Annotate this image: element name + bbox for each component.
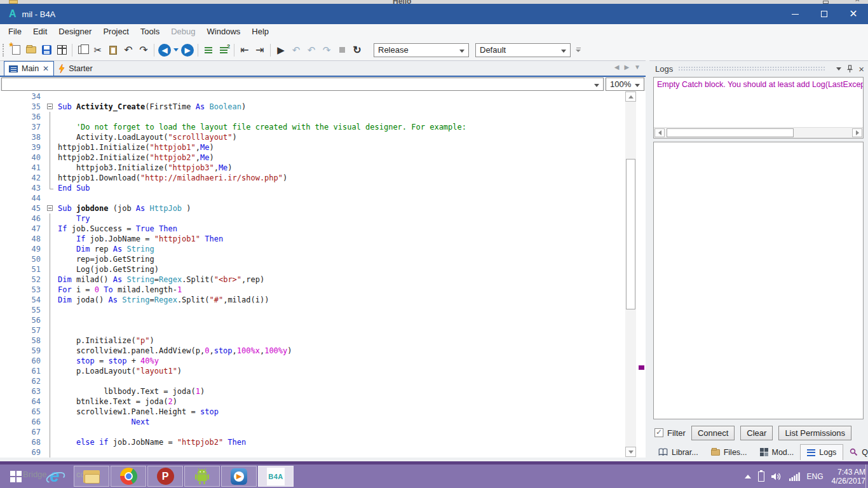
scroll-down-button[interactable] [625,447,636,457]
panel-tab-search[interactable]: Quic... [843,444,868,460]
redo-button[interactable]: ↷ [136,43,151,58]
show-hidden-icons-button[interactable] [745,475,751,478]
menu-item-tools[interactable]: Tools [135,24,165,39]
fold-gutter [43,285,58,295]
shift-right-button[interactable]: ⇥ [252,43,268,58]
menu-item-edit[interactable]: Edit [27,24,53,39]
code-editor[interactable]: 3435Sub Activity_Create(FirstTime As Boo… [0,91,646,458]
taskbar-app-chrome[interactable] [111,466,146,487]
taskbar-app-psiphon[interactable]: P [147,466,183,487]
stop-button[interactable] [334,43,349,58]
step-over-button[interactable]: ↶ [288,43,304,58]
line-number: 54 [0,295,43,305]
editor-vertical-scrollbar[interactable] [625,91,636,458]
indent-button[interactable] [201,43,216,58]
logs-output-list[interactable] [653,142,864,419]
compile-button[interactable]: ↻ [349,43,365,58]
scroll-right-button[interactable] [852,128,862,137]
members-select[interactable] [1,78,604,91]
step-out-button[interactable]: ↷ [319,43,334,58]
run-button[interactable]: ▶ [273,43,288,58]
scrollbar-thumb[interactable] [667,128,794,137]
code-text [58,92,625,102]
editor-line: 40httpjob2.Initialize("httpjob2",Me) [0,152,625,163]
toolbar-grip[interactable] [3,44,6,57]
paste-button[interactable] [105,43,121,58]
tabs-scroll-right-icon[interactable]: ▶ [624,64,629,71]
maximize-button[interactable] [810,4,839,24]
panel-pin-button[interactable] [846,65,853,73]
menu-item-windows[interactable]: Windows [201,24,247,39]
copy-button[interactable] [75,43,90,58]
taskbar-app-file-explorer[interactable] [74,466,109,487]
language-indicator[interactable]: ENG [807,472,824,481]
cut-button[interactable]: ✂ [90,43,105,58]
speaker-icon[interactable] [771,472,782,481]
taskbar-app-b4a[interactable]: B4A [258,466,294,487]
new-file-button[interactable] [8,43,24,58]
battery-icon[interactable] [758,471,764,482]
tabs-scroll-left-icon[interactable]: ◀ [614,64,620,71]
tab-close-icon[interactable]: ✕ [43,65,49,72]
zoom-select[interactable]: 100% [606,78,644,91]
toolbar-overflow-button[interactable] [576,48,581,52]
connect-button[interactable]: Connect [691,426,735,440]
navigate-back-button[interactable]: ◀ [157,43,172,58]
scroll-up-button[interactable] [625,92,636,102]
logs-panel-header[interactable]: Logs × [649,61,868,76]
tab-main-label: Main [22,64,39,73]
logs-horizontal-scrollbar[interactable] [654,127,863,138]
panel-tab-modules[interactable]: Mod... [754,444,801,460]
logs-warning-box[interactable]: Empty Catch block. You should at least a… [653,77,864,139]
start-button[interactable] [0,464,32,488]
clear-button[interactable]: Clear [740,426,773,440]
minimize-button[interactable] [780,4,810,24]
export-package-button[interactable] [54,43,69,58]
filter-checkbox[interactable] [654,428,663,437]
warning-marker[interactable] [639,365,644,370]
pin-icon [846,65,853,73]
network-signal-icon[interactable] [789,472,800,481]
fold-gutter [43,315,58,325]
taskbar-app-internet-explorer[interactable]: e [37,466,72,487]
show-desktop-button[interactable] [865,464,868,488]
navigate-forward-button[interactable]: ▶ [180,43,195,58]
background-close-icon: ✕ [855,0,860,3]
taskbar-app-media-player[interactable] [221,466,257,487]
tab-starter[interactable]: Starter [54,61,97,76]
panel-tab-files[interactable]: Files... [705,444,754,460]
arrow-right-icon [856,130,859,135]
panel-tab-logs[interactable]: Logs [800,444,843,460]
undo-button[interactable]: ↶ [121,43,136,58]
menu-item-designer[interactable]: Designer [53,24,97,39]
menu-item-debug[interactable]: Debug [165,24,201,39]
tabs-list-icon[interactable]: ▼ [634,64,641,71]
save-button[interactable] [39,43,54,58]
comment-button[interactable] [216,43,231,58]
menu-item-project[interactable]: Project [97,24,134,39]
profile-select[interactable]: Default [475,43,571,57]
shift-left-button[interactable]: ⇤ [237,43,252,58]
step-into-button[interactable]: ↶ [304,43,319,58]
back-history-caret-icon[interactable] [173,48,179,51]
fold-toggle-icon[interactable] [43,203,58,214]
scroll-left-button[interactable] [654,128,665,137]
scrollbar-thumb[interactable] [626,159,635,309]
panel-close-button[interactable]: × [858,64,864,74]
line-number: 61 [0,366,43,376]
fold-toggle-icon[interactable] [43,102,58,112]
menu-item-file[interactable]: File [3,24,27,39]
taskbar-app-android[interactable] [184,466,220,487]
clock[interactable]: 7:43 AM 4/26/2017 [832,468,865,485]
panel-menu-button[interactable] [836,67,841,71]
list-permissions-button[interactable]: List Permissions [778,426,851,440]
package-icon [57,45,67,55]
tab-main[interactable]: Main ✕ [4,61,54,76]
open-button[interactable] [24,43,39,58]
build-configuration-select[interactable]: Release [374,43,469,57]
menu-item-help[interactable]: Help [246,24,275,39]
close-button[interactable]: ✕ [839,4,868,24]
android-icon [194,468,210,485]
panel-tab-library[interactable]: Librar... [652,444,705,460]
code-text: Next [58,417,625,427]
